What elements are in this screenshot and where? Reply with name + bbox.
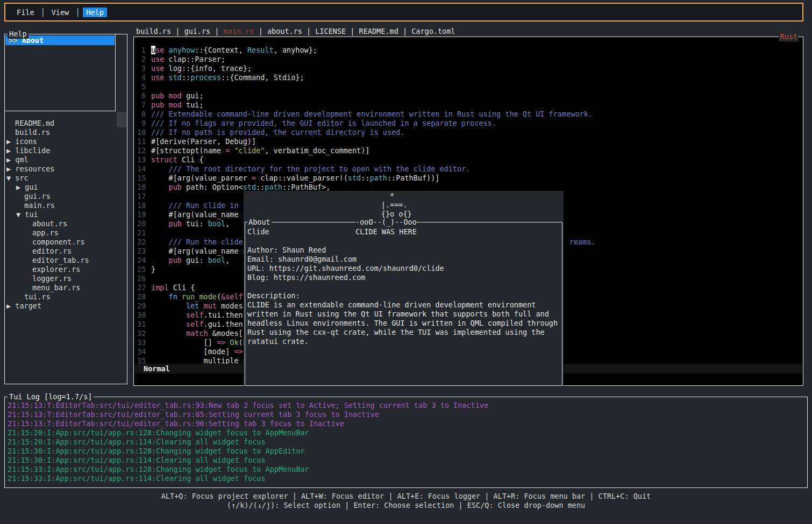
log-line-info: 21:15:30:I:App:src/tui/app.rs:114:Cleari… (8, 456, 807, 465)
line-number: 10 (137, 128, 146, 137)
tree-item-about.rs[interactable]: about.rs (5, 219, 126, 228)
about-dialog-row: ratatui crate. (247, 337, 562, 346)
tree-item-label: editor.rs (32, 247, 72, 255)
line-number: 15 (137, 174, 146, 183)
tab-Cargo.toml[interactable]: Cargo.toml (411, 27, 455, 35)
tree-item-target[interactable]: ▶ target (5, 302, 126, 311)
tree-item-icons[interactable]: ▶ icons (5, 137, 126, 146)
code-line-14: 14 /// The root directory for the projec… (137, 164, 802, 174)
tree-item-libclide[interactable]: ▶ libclide (5, 146, 126, 155)
about-dialog-box: About -ooO--(_)--Ooo ClideCLIDE WAS HERE… (245, 222, 562, 386)
menu-item-file[interactable]: File (13, 8, 38, 17)
folder-closed-arrow-icon: ▶ (16, 183, 25, 191)
line-number: 28 (137, 292, 146, 302)
tree-item-src[interactable]: ▼ src (5, 174, 126, 183)
tree-item-logger.rs[interactable]: logger.rs (5, 274, 126, 283)
tree-item-qml[interactable]: ▶ qml (5, 155, 126, 164)
tree-item-component.rs[interactable]: component.rs (5, 238, 126, 247)
tree-item-gui.rs[interactable]: gui.rs (5, 192, 126, 201)
about-dialog-text: Blog: https://shaunreed.com (247, 273, 365, 282)
tui-log-panel: Tui Log [log=1.7/s] 21:15:13:T:EditorTab… (4, 397, 808, 488)
line-number: 27 (137, 283, 146, 292)
tab-separator: | (346, 27, 359, 35)
line-number: 3 (137, 64, 146, 73)
tab-main.rs[interactable]: main.rs (224, 27, 254, 35)
tree-item-README.md[interactable]: README.md (5, 119, 126, 128)
line-number: 9 (137, 119, 146, 128)
code-line-3: 3use log::{info, trace}; (137, 64, 802, 73)
menu-item-view[interactable]: View (48, 8, 73, 17)
tree-item-explorer.rs[interactable]: explorer.rs (5, 265, 126, 274)
line-number: 24 (137, 256, 146, 265)
tree-item-menu_bar.rs[interactable]: menu_bar.rs (5, 283, 126, 292)
about-dialog-row: headless Linux environments. The GUI is … (247, 319, 562, 328)
tree-item-label: src (15, 174, 28, 182)
tab-README.md[interactable]: README.md (359, 27, 398, 35)
line-number: 33 (137, 338, 146, 347)
explorer-scrollbar-thumb[interactable] (117, 112, 126, 127)
about-dialog-row: Rust using the cxx-qt crate, while the T… (247, 328, 562, 337)
line-number: 23 (137, 247, 146, 256)
tree-item-label: menu_bar.rs (32, 283, 80, 292)
tree-item-label: logger.rs (32, 274, 72, 283)
about-dialog-text: Rust using the cxx-qt crate, while the T… (247, 328, 545, 336)
tree-item-build.rs[interactable]: build.rs (5, 128, 126, 137)
tree-item-label: editor_tab.rs (32, 256, 89, 264)
tree-item-label: component.rs (32, 238, 85, 246)
tree-item-gui[interactable]: ▶ gui (5, 183, 126, 192)
log-line-info: 21:15:20:I:App:src/tui/app.rs:128:Changi… (8, 428, 807, 437)
tree-item-main.rs[interactable]: main.rs (5, 201, 126, 210)
line-number: 18 (137, 201, 146, 210)
tree-item-label: icons (15, 137, 37, 146)
menu-item-help[interactable]: Help (83, 8, 107, 17)
about-dialog-row: ClideCLIDE WAS HERE (247, 227, 562, 236)
tab-LICENSE[interactable]: LICENSE (315, 27, 346, 35)
line-number: 7 (137, 101, 146, 110)
line-number: 2 (137, 55, 146, 64)
ascii-logo-border-row: -ooO--(_)--Ooo (355, 218, 417, 227)
tree-item-editor_tab.rs[interactable]: editor_tab.rs (5, 256, 126, 265)
about-dialog-row: written in Rust using the Qt UI framewor… (247, 310, 562, 319)
editor-mode-label: Normal (144, 364, 170, 373)
log-line-trace: 21:15:13:T:EditorTab:src/tui/editor_tab.… (8, 410, 807, 419)
folder-closed-arrow-icon: ▶ (6, 155, 15, 164)
line-number: 31 (137, 320, 146, 329)
folder-closed-arrow-icon: ▶ (6, 137, 15, 146)
line-number: 16 (137, 183, 146, 192)
code-line-9: 9/// If no flags are provided, the GUI e… (137, 119, 802, 128)
tab-separator: | (398, 27, 411, 35)
folder-closed-arrow-icon: ▶ (6, 164, 15, 173)
shortcut-line-1: ALT+Q: Focus project explorer | ALT+W: F… (0, 492, 812, 501)
tree-item-editor.rs[interactable]: editor.rs (5, 247, 126, 256)
log-line-trace: 21:15:13:T:EditorTab:src/tui/editor_tab.… (8, 419, 807, 428)
file-tree: README.mdbuild.rs▶ icons▶ libclide▶ qml▶… (5, 119, 126, 311)
tree-item-tui[interactable]: ▼ tui (5, 210, 126, 219)
tab-about.rs[interactable]: about.rs (267, 27, 302, 35)
line-number: 8 (137, 110, 146, 119)
tree-item-label: app.rs (32, 228, 59, 237)
log-lines: 21:15:13:T:EditorTab:src/tui/editor_tab.… (5, 397, 807, 483)
tree-item-label: libclide (15, 146, 50, 155)
about-dialog-row: Author: Shaun Reed (247, 246, 562, 255)
about-dialog-row: Description: (247, 291, 562, 300)
editor-language-badge: Rust (779, 32, 799, 41)
tab-gui.rs[interactable]: gui.rs (184, 27, 210, 35)
tree-item-label: README.md (15, 119, 54, 127)
tab-separator: | (210, 27, 223, 35)
code-line-15: 15 #[arg(value_parser = clap::value_pars… (137, 174, 802, 183)
line-number: 1 (137, 46, 146, 55)
tree-item-label: about.rs (32, 219, 67, 228)
tree-item-app.rs[interactable]: app.rs (5, 228, 126, 238)
tree-item-resources[interactable]: ▶ resources (5, 164, 126, 174)
code-line-12: 12#[structopt(name = "clide", verbatim_d… (137, 146, 802, 155)
shortcut-line-2: (↑/k)/(↓/j): Select option | Enter: Choo… (0, 501, 812, 510)
line-number: 34 (137, 347, 146, 356)
tree-item-label: main.rs (24, 201, 55, 210)
about-dialog-text: Description: (247, 291, 300, 300)
tree-item-tui.rs[interactable]: tui.rs (5, 292, 126, 302)
about-dialog-text: URL: https://git.shaunreed.com/shaunrd0/… (247, 264, 444, 272)
about-dialog-text: Email: shaunrd0@gmail.com (247, 255, 357, 263)
log-line-info: 21:15:20:I:App:src/tui/app.rs:114:Cleari… (8, 437, 807, 447)
tab-build.rs[interactable]: build.rs (136, 27, 171, 35)
code-line-5: 5 (137, 82, 802, 91)
